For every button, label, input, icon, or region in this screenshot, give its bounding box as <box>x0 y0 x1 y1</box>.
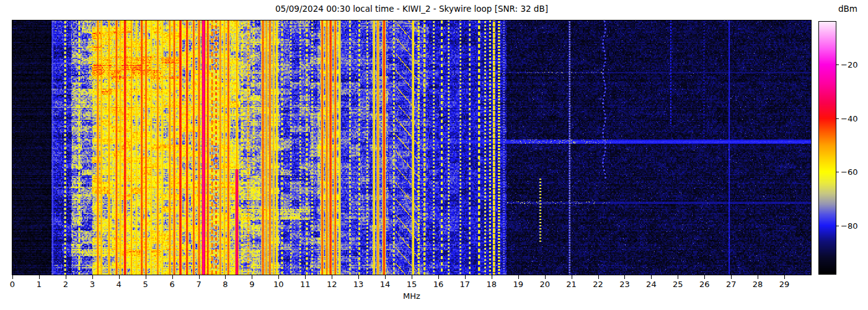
x-tick <box>731 275 732 279</box>
spectrogram-figure: 05/09/2024 00:30 local time - KIWI_2 - S… <box>0 0 868 310</box>
x-tick-label: 16 <box>433 280 444 289</box>
x-tick <box>624 275 625 279</box>
colorbar <box>818 21 836 275</box>
x-tick-label: 18 <box>487 280 497 289</box>
x-tick <box>305 275 306 279</box>
x-tick <box>438 275 439 279</box>
x-tick-label: 23 <box>619 280 630 289</box>
x-tick-label: 7 <box>196 280 201 289</box>
x-tick <box>518 275 519 279</box>
x-tick <box>572 275 572 279</box>
x-tick-label: 3 <box>90 280 95 289</box>
x-tick <box>252 275 252 279</box>
x-tick-label: 25 <box>673 280 683 289</box>
chart-title: 05/09/2024 00:30 local time - KIWI_2 - S… <box>12 4 811 14</box>
x-tick <box>225 275 226 279</box>
x-tick-label: 13 <box>353 280 364 289</box>
x-tick <box>119 275 120 279</box>
colorbar-tick-label: −80 <box>841 221 857 231</box>
x-tick-label: 21 <box>566 280 577 289</box>
x-tick <box>545 275 546 279</box>
x-tick-label: 29 <box>779 280 790 289</box>
x-tick-label: 15 <box>407 280 417 289</box>
x-tick-label: 26 <box>699 280 710 289</box>
x-tick-label: 27 <box>726 280 737 289</box>
x-tick <box>651 275 652 279</box>
x-tick <box>465 275 466 279</box>
x-tick-label: 8 <box>223 280 228 289</box>
x-tick-label: 22 <box>593 280 603 289</box>
colorbar-title: dBm <box>838 4 857 14</box>
x-tick-label: 5 <box>143 280 148 289</box>
x-tick <box>784 275 785 279</box>
x-tick-label: 10 <box>273 280 284 289</box>
x-tick-label: 9 <box>249 280 254 289</box>
x-tick <box>39 275 40 279</box>
x-tick <box>12 275 13 279</box>
x-tick-label: 19 <box>513 280 523 289</box>
x-tick <box>704 275 705 279</box>
x-tick <box>172 275 173 279</box>
x-tick-label: 20 <box>539 280 550 289</box>
x-tick-label: 17 <box>460 280 471 289</box>
x-tick-label: 1 <box>37 280 42 289</box>
spectrogram-plot <box>12 20 812 275</box>
x-tick <box>758 275 758 279</box>
x-tick <box>278 275 279 279</box>
colorbar-canvas <box>819 22 836 274</box>
x-axis-title: MHz <box>12 291 811 301</box>
colorbar-tick <box>836 118 839 119</box>
x-tick-label: 14 <box>380 280 391 289</box>
x-tick <box>598 275 599 279</box>
x-tick <box>385 275 386 279</box>
x-tick <box>358 275 359 279</box>
colorbar-tick-label: −60 <box>841 167 857 177</box>
x-tick-label: 24 <box>646 280 657 289</box>
x-tick <box>199 275 200 279</box>
x-tick <box>92 275 93 279</box>
x-tick-label: 2 <box>63 280 68 289</box>
colorbar-tick <box>836 172 839 172</box>
x-tick <box>66 275 66 279</box>
spectrogram-canvas <box>12 20 811 275</box>
x-tick-label: 28 <box>753 280 763 289</box>
x-tick-label: 12 <box>327 280 337 289</box>
x-tick-label: 4 <box>117 280 122 289</box>
x-tick <box>332 275 332 279</box>
colorbar-tick-label: −40 <box>841 113 857 123</box>
x-tick <box>146 275 146 279</box>
x-tick <box>492 275 492 279</box>
x-tick <box>678 275 678 279</box>
colorbar-tick <box>836 226 839 226</box>
x-tick-label: 0 <box>10 280 15 289</box>
x-tick-label: 11 <box>300 280 311 289</box>
x-tick <box>412 275 412 279</box>
colorbar-tick-label: −20 <box>841 60 857 69</box>
colorbar-tick <box>836 64 839 65</box>
x-tick-label: 6 <box>169 280 174 289</box>
